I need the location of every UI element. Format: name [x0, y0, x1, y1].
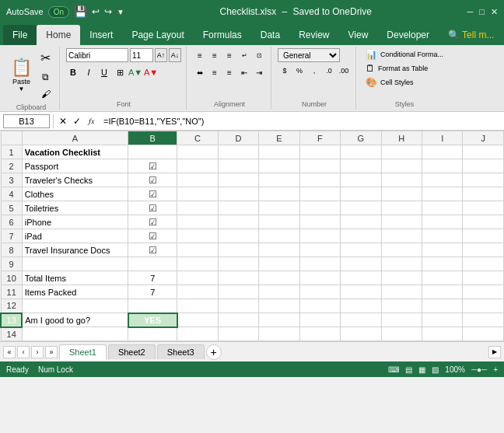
cell-f10[interactable] — [299, 271, 340, 285]
cell-g2[interactable] — [341, 159, 381, 173]
align-top-left-btn[interactable]: ≡ — [193, 48, 207, 62]
cell-h10[interactable] — [381, 271, 422, 285]
cell-a1[interactable]: Vacation Checklist — [22, 145, 128, 159]
row-header-4[interactable]: 4 — [1, 187, 22, 201]
underline-button[interactable]: U — [97, 65, 111, 79]
cell-j3[interactable] — [463, 173, 504, 187]
cell-i14[interactable] — [422, 327, 462, 341]
cell-e13[interactable] — [259, 313, 299, 327]
cell-j1[interactable] — [463, 145, 504, 159]
cell-d12[interactable] — [218, 299, 258, 313]
cell-i2[interactable] — [422, 159, 462, 173]
cut-button[interactable]: ✂ — [37, 48, 54, 68]
cell-reference-box[interactable] — [3, 114, 50, 128]
cell-a5[interactable]: Toiletries — [22, 201, 128, 215]
cell-j2[interactable] — [463, 159, 504, 173]
font-size-input[interactable] — [130, 48, 153, 62]
row-header-8[interactable]: 8 — [1, 243, 22, 257]
row-header-6[interactable]: 6 — [1, 215, 22, 229]
font-size-decrease-btn[interactable]: A↓ — [169, 48, 181, 62]
paste-button[interactable]: 📋 Paste ▼ — [8, 56, 35, 94]
zoom-in-btn[interactable]: + — [493, 365, 498, 374]
view-layout-btn[interactable]: ▦ — [418, 365, 425, 374]
cell-b5[interactable]: ☑ — [128, 201, 177, 215]
row-header-1[interactable]: 1 — [1, 145, 22, 159]
cell-g9[interactable] — [341, 257, 381, 271]
cell-c14[interactable] — [177, 327, 218, 341]
font-size-increase-btn[interactable]: A↑ — [155, 48, 167, 62]
cell-i10[interactable] — [422, 271, 462, 285]
cell-h5[interactable] — [381, 201, 422, 215]
cell-c6[interactable] — [177, 215, 218, 229]
cell-j9[interactable] — [463, 257, 504, 271]
cell-j8[interactable] — [463, 243, 504, 257]
col-header-i[interactable]: I — [422, 131, 462, 145]
cell-i13[interactable] — [422, 313, 462, 327]
cell-e11[interactable] — [259, 285, 299, 299]
cell-c9[interactable] — [177, 257, 218, 271]
cell-b4[interactable]: ☑ — [128, 187, 177, 201]
cell-f1[interactable] — [299, 145, 340, 159]
cell-d8[interactable] — [218, 243, 258, 257]
insert-function-btn[interactable]: 𝑓𝑥 — [85, 115, 97, 127]
row-header-14[interactable]: 14 — [1, 327, 22, 341]
cell-d13[interactable] — [218, 313, 258, 327]
tab-home[interactable]: Home — [37, 25, 80, 45]
col-header-a[interactable]: A — [22, 131, 128, 145]
undo-icon[interactable]: ↩ — [92, 6, 100, 17]
row-header-2[interactable]: 2 — [1, 159, 22, 173]
cell-i12[interactable] — [422, 299, 462, 313]
cell-f5[interactable] — [299, 201, 340, 215]
paste-dropdown-icon[interactable]: ▼ — [19, 86, 25, 93]
row-header-9[interactable]: 9 — [1, 257, 22, 271]
col-header-e[interactable]: E — [259, 131, 299, 145]
cell-c13[interactable] — [177, 313, 218, 327]
tab-view[interactable]: View — [339, 25, 378, 45]
decimal-increase-btn[interactable]: .0 — [322, 64, 336, 78]
cell-i3[interactable] — [422, 173, 462, 187]
cell-g13[interactable] — [341, 313, 381, 327]
cell-g11[interactable] — [341, 285, 381, 299]
tab-review[interactable]: Review — [289, 25, 338, 45]
col-header-h[interactable]: H — [381, 131, 422, 145]
cell-c12[interactable] — [177, 299, 218, 313]
sheet-tab-sheet3[interactable]: Sheet3 — [157, 344, 205, 359]
cell-b11[interactable]: 7 — [128, 285, 177, 299]
cell-g10[interactable] — [341, 271, 381, 285]
row-header-11[interactable]: 11 — [1, 285, 22, 299]
bold-button[interactable]: B — [66, 65, 80, 79]
cell-e5[interactable] — [259, 201, 299, 215]
zoom-slider[interactable]: ─●─ — [471, 365, 487, 374]
cell-a4[interactable]: Clothes — [22, 187, 128, 201]
cell-g7[interactable] — [341, 229, 381, 243]
row-header-12[interactable]: 12 — [1, 299, 22, 313]
cell-d5[interactable] — [218, 201, 258, 215]
cell-i4[interactable] — [422, 187, 462, 201]
cell-b9[interactable] — [128, 257, 177, 271]
cell-j4[interactable] — [463, 187, 504, 201]
cell-f6[interactable] — [299, 215, 340, 229]
cell-b8[interactable]: ☑ — [128, 243, 177, 257]
cell-c1[interactable] — [177, 145, 218, 159]
format-painter-button[interactable]: 🖌 — [37, 86, 54, 102]
cell-b13[interactable]: YES — [128, 313, 177, 327]
cell-i5[interactable] — [422, 201, 462, 215]
minimize-btn[interactable]: ─ — [467, 7, 474, 17]
col-header-b[interactable]: B — [128, 131, 177, 145]
cell-i7[interactable] — [422, 229, 462, 243]
cell-b1[interactable] — [128, 145, 177, 159]
cell-c11[interactable] — [177, 285, 218, 299]
format-as-table-btn[interactable]: 🗒 Format as Table — [364, 62, 429, 75]
number-format-select[interactable]: General — [278, 48, 340, 62]
cell-b2[interactable]: ☑ — [128, 159, 177, 173]
cell-a2[interactable]: Passport — [22, 159, 128, 173]
cell-e3[interactable] — [259, 173, 299, 187]
cell-a8[interactable]: Travel Insurance Docs — [22, 243, 128, 257]
cell-a13[interactable]: Am I good to go? — [22, 313, 128, 327]
cell-c8[interactable] — [177, 243, 218, 257]
cell-b7[interactable]: ☑ — [128, 229, 177, 243]
cell-f14[interactable] — [299, 327, 340, 341]
confirm-formula-btn[interactable]: ✓ — [71, 115, 83, 127]
cell-i11[interactable] — [422, 285, 462, 299]
tab-insert[interactable]: Insert — [80, 25, 122, 45]
